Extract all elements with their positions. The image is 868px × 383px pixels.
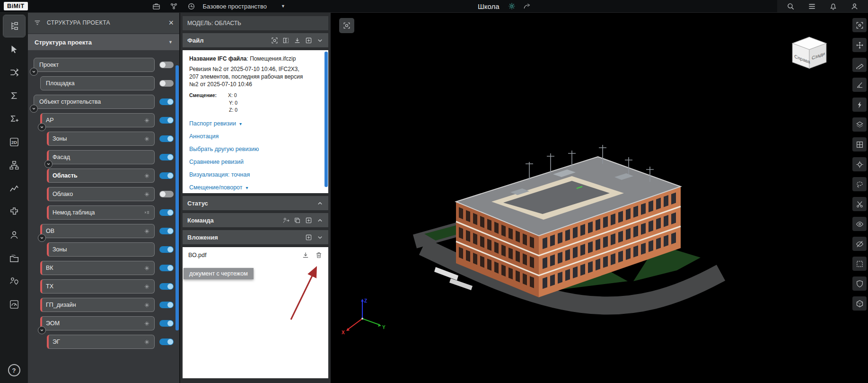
rail-sum-add[interactable]: [3, 108, 25, 130]
angle-button[interactable]: [852, 78, 867, 92]
globe-history-icon[interactable]: [187, 2, 195, 10]
file-scrollbar[interactable]: [324, 52, 328, 187]
download-icon[interactable]: [302, 251, 309, 259]
team-section-header[interactable]: Команда: [183, 213, 328, 227]
tree-item[interactable]: Облако: [47, 187, 155, 201]
caret-up-sm-icon[interactable]: [316, 217, 324, 224]
expand-toggle-icon[interactable]: [44, 160, 53, 168]
rail-plugins[interactable]: [3, 201, 25, 223]
tree-item[interactable]: ГП_дизайн: [40, 298, 155, 312]
rail-relations[interactable]: [3, 62, 25, 83]
visibility-button[interactable]: [852, 217, 867, 231]
compare-icon[interactable]: [282, 37, 289, 44]
tree-item[interactable]: Фасад: [47, 150, 155, 164]
pan-button[interactable]: [852, 38, 867, 52]
assign-user-icon[interactable]: [282, 217, 289, 224]
file-action-link[interactable]: Сравнение ревизий: [189, 159, 320, 165]
visibility-toggle[interactable]: [159, 265, 174, 271]
account-icon[interactable]: [850, 2, 859, 10]
delete-icon[interactable]: [315, 251, 323, 259]
rail-sum[interactable]: [3, 85, 25, 107]
selection-frame-button[interactable]: [852, 257, 867, 271]
expand-toggle-icon[interactable]: [38, 326, 46, 334]
search-icon[interactable]: [787, 2, 795, 10]
rail-users[interactable]: [3, 224, 25, 246]
navigation-cube[interactable]: Справа Сзади: [788, 34, 832, 77]
viewport-3d[interactable]: Справа Сзади X Y Z: [331, 12, 868, 383]
rail-shared-projects[interactable]: [3, 247, 25, 269]
download-icon[interactable]: [294, 37, 301, 44]
expand-toggle-icon[interactable]: [30, 105, 38, 113]
notifications-icon[interactable]: [829, 2, 837, 10]
visibility-toggle[interactable]: [159, 246, 174, 253]
add-icon[interactable]: [305, 217, 312, 224]
visibility-toggle[interactable]: [159, 302, 174, 308]
rail-analytics[interactable]: [3, 178, 25, 199]
attachments-section-header[interactable]: Вложения: [183, 230, 328, 244]
visibility-toggle[interactable]: [159, 98, 174, 105]
visibility-toggle[interactable]: [159, 283, 174, 290]
expand-toggle-icon[interactable]: [38, 123, 46, 131]
copy-icon[interactable]: [294, 217, 301, 224]
structure-dropdown[interactable]: Структура проекта ▼: [28, 34, 179, 50]
filter-icon[interactable]: [34, 19, 41, 27]
settings-icon[interactable]: [508, 2, 516, 10]
rail-hierarchy[interactable]: [3, 154, 25, 176]
rail-user-location[interactable]: [3, 270, 25, 292]
tree-item[interactable]: ОВ: [40, 224, 155, 238]
visibility-toggle[interactable]: [159, 154, 174, 160]
visibility-toggle[interactable]: [159, 228, 174, 234]
file-action-link[interactable]: Визуализация: точная: [189, 171, 320, 178]
attachment-row[interactable]: ВО.pdf: [183, 247, 328, 262]
tree-item[interactable]: АР: [40, 113, 155, 127]
visibility-toggle[interactable]: [159, 191, 174, 197]
tree-item[interactable]: ВК: [40, 261, 155, 275]
help-button[interactable]: ?: [8, 364, 20, 376]
caret-down-sm-icon[interactable]: [316, 37, 324, 44]
file-action-link[interactable]: Смещение/поворот▾: [189, 184, 320, 191]
focus-icon[interactable]: [271, 37, 278, 44]
menu-icon[interactable]: [808, 2, 816, 10]
grid-button[interactable]: [852, 137, 867, 151]
tree-item[interactable]: Площадка: [40, 76, 155, 90]
visibility-toggle[interactable]: [159, 62, 174, 68]
tree-item[interactable]: Объект строительства: [34, 95, 155, 109]
structure-scrollbar[interactable]: [175, 65, 179, 330]
measure-button[interactable]: [852, 58, 867, 72]
tree-item[interactable]: Зоны: [47, 242, 155, 257]
add-icon[interactable]: [305, 37, 312, 44]
expand-toggle-icon[interactable]: [30, 68, 38, 76]
briefcase-icon[interactable]: [152, 2, 160, 10]
add-icon[interactable]: [305, 234, 312, 241]
visibility-toggle[interactable]: [159, 172, 174, 179]
workspace-selector[interactable]: Базовое пространство ▼: [203, 3, 285, 10]
hide-button[interactable]: [852, 237, 867, 251]
tree-item[interactable]: Область: [47, 169, 155, 183]
rail-project-structure[interactable]: [3, 15, 25, 37]
visibility-toggle[interactable]: [159, 135, 174, 142]
tree-item[interactable]: ТХ: [40, 279, 155, 294]
lasso-button[interactable]: [852, 177, 867, 191]
team-network-icon[interactable]: [170, 2, 178, 10]
tree-item[interactable]: Немод.таблица: [47, 205, 155, 220]
visibility-toggle[interactable]: [159, 209, 174, 216]
filter-shield-button[interactable]: [852, 276, 867, 291]
tree-item[interactable]: Проект: [34, 58, 155, 72]
cut-button[interactable]: [852, 197, 867, 211]
close-icon[interactable]: ×: [168, 18, 174, 27]
clash-button[interactable]: [852, 98, 867, 112]
focus-button[interactable]: [339, 18, 354, 33]
file-action-link[interactable]: Аннотация: [189, 133, 320, 140]
section-button[interactable]: [852, 117, 867, 132]
visibility-toggle[interactable]: [159, 338, 174, 345]
caret-up-sm-icon[interactable]: [316, 200, 324, 207]
visibility-toggle[interactable]: [159, 320, 174, 327]
locate-button[interactable]: [852, 157, 867, 171]
visibility-toggle[interactable]: [159, 80, 174, 87]
rail-view-2d[interactable]: 2D: [3, 131, 25, 153]
visibility-toggle[interactable]: [159, 117, 174, 124]
transparency-button[interactable]: [852, 296, 867, 311]
expand-toggle-icon[interactable]: [38, 234, 46, 242]
rail-dashboard[interactable]: [3, 294, 25, 315]
tree-item[interactable]: ЭОМ: [40, 316, 155, 330]
